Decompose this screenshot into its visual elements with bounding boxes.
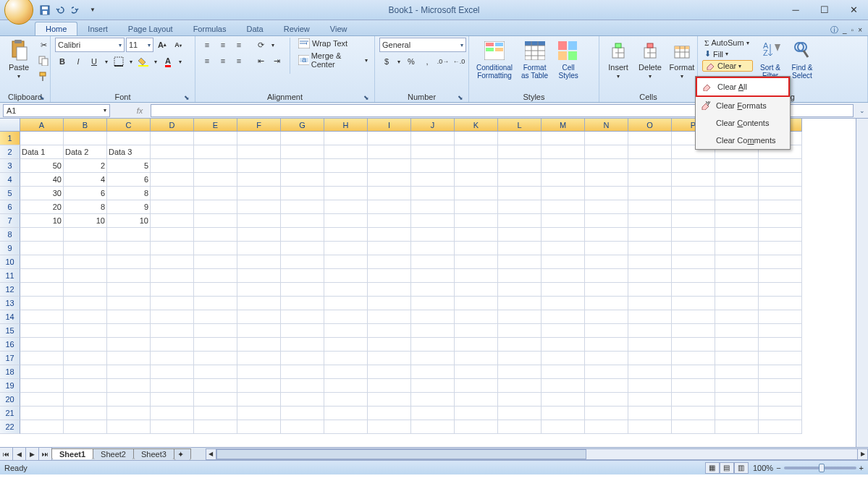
cell-Q22[interactable]	[715, 420, 759, 434]
cell-K7[interactable]	[455, 214, 498, 228]
cell-H12[interactable]	[324, 283, 368, 297]
cell-Q4[interactable]	[715, 173, 759, 187]
cell-D2[interactable]	[151, 145, 194, 159]
cell-E1[interactable]	[194, 132, 237, 145]
cell-M21[interactable]	[542, 406, 585, 420]
cell-Q3[interactable]	[715, 159, 759, 173]
cell-I10[interactable]	[368, 255, 411, 269]
cell-L8[interactable]	[498, 228, 542, 242]
column-header-K[interactable]: K	[455, 119, 498, 132]
cell-N18[interactable]	[585, 365, 628, 379]
cell-H4[interactable]	[324, 173, 368, 187]
cell-C12[interactable]	[107, 283, 151, 297]
cell-P9[interactable]	[672, 242, 715, 255]
cell-N7[interactable]	[585, 214, 628, 228]
fx-button[interactable]: fx	[132, 104, 148, 117]
cell-Q8[interactable]	[715, 228, 759, 242]
cell-Q6[interactable]	[715, 200, 759, 214]
cell-H8[interactable]	[324, 228, 368, 242]
cell-P18[interactable]	[672, 365, 715, 379]
cell-K14[interactable]	[455, 310, 498, 324]
cell-R16[interactable]	[759, 338, 802, 352]
cell-I13[interactable]	[368, 297, 411, 310]
cell-J5[interactable]	[411, 187, 455, 200]
align-top-button[interactable]: ≡	[200, 38, 214, 52]
zoom-out-button[interactable]: −	[776, 464, 780, 472]
cell-G12[interactable]	[281, 283, 324, 297]
cell-O3[interactable]	[628, 159, 672, 173]
cell-G5[interactable]	[281, 187, 324, 200]
cell-E17[interactable]	[194, 352, 237, 365]
cell-B8[interactable]	[64, 228, 107, 242]
cell-C14[interactable]	[107, 310, 151, 324]
align-left-button[interactable]: ≡	[200, 54, 214, 68]
cell-P21[interactable]	[672, 406, 715, 420]
cell-A6[interactable]: 20	[20, 200, 64, 214]
cell-O10[interactable]	[628, 255, 672, 269]
cell-Q20[interactable]	[715, 393, 759, 406]
cell-D21[interactable]	[151, 406, 194, 420]
decrease-decimal-button[interactable]: ←.0	[452, 54, 466, 69]
cell-O16[interactable]	[628, 338, 672, 352]
cell-P11[interactable]	[672, 269, 715, 283]
cell-J15[interactable]	[411, 324, 455, 338]
clear-contents-item[interactable]: Clear Contents	[696, 114, 790, 132]
cell-R4[interactable]	[759, 173, 802, 187]
cell-E4[interactable]	[194, 173, 237, 187]
cell-O8[interactable]	[628, 228, 672, 242]
cell-D1[interactable]	[151, 132, 194, 145]
clear-all-item[interactable]: Clear All	[696, 77, 790, 97]
cell-O1[interactable]	[628, 132, 672, 145]
cell-M9[interactable]	[542, 242, 585, 255]
cell-B10[interactable]	[64, 255, 107, 269]
accounting-format-button[interactable]: $	[379, 54, 394, 69]
cell-A7[interactable]: 10	[20, 214, 64, 228]
underline-dropdown[interactable]: ▾	[103, 54, 110, 69]
row-header-18[interactable]: 18	[0, 365, 20, 379]
row-header-2[interactable]: 2	[0, 145, 20, 159]
cell-L7[interactable]	[498, 214, 542, 228]
cell-P5[interactable]	[672, 187, 715, 200]
border-dropdown[interactable]: ▾	[127, 54, 135, 69]
cell-H18[interactable]	[324, 365, 368, 379]
cell-R18[interactable]	[759, 365, 802, 379]
cell-K11[interactable]	[455, 269, 498, 283]
tab-home[interactable]: Home	[35, 22, 77, 35]
cell-I1[interactable]	[368, 132, 411, 145]
cell-D16[interactable]	[151, 338, 194, 352]
cell-N21[interactable]	[585, 406, 628, 420]
cell-R20[interactable]	[759, 393, 802, 406]
cell-P14[interactable]	[672, 310, 715, 324]
cell-A13[interactable]	[20, 297, 64, 310]
cell-G9[interactable]	[281, 242, 324, 255]
cell-D15[interactable]	[151, 324, 194, 338]
cell-R8[interactable]	[759, 228, 802, 242]
cell-A5[interactable]: 30	[20, 187, 64, 200]
cell-E20[interactable]	[194, 393, 237, 406]
cell-J12[interactable]	[411, 283, 455, 297]
cell-Q16[interactable]	[715, 338, 759, 352]
cell-K8[interactable]	[455, 228, 498, 242]
cell-M10[interactable]	[542, 255, 585, 269]
column-header-G[interactable]: G	[281, 119, 324, 132]
font-name-combo[interactable]: Calibri▾	[55, 38, 125, 52]
row-header-9[interactable]: 9	[0, 242, 20, 255]
cell-M16[interactable]	[542, 338, 585, 352]
cell-P22[interactable]	[672, 420, 715, 434]
cell-E21[interactable]	[194, 406, 237, 420]
cell-N6[interactable]	[585, 200, 628, 214]
cell-D11[interactable]	[151, 269, 194, 283]
cell-L16[interactable]	[498, 338, 542, 352]
cell-E12[interactable]	[194, 283, 237, 297]
cell-B3[interactable]: 2	[64, 159, 107, 173]
cell-C16[interactable]	[107, 338, 151, 352]
cell-R17[interactable]	[759, 352, 802, 365]
worksheet-grid[interactable]: ABCDEFGHIJKLMNOPQR 123456789101112131415…	[0, 119, 868, 447]
expand-formula-bar[interactable]: ⌄	[856, 107, 868, 114]
cell-P15[interactable]	[672, 324, 715, 338]
font-color-dropdown[interactable]: ▾	[177, 54, 184, 69]
column-header-H[interactable]: H	[324, 119, 368, 132]
cell-C22[interactable]	[107, 420, 151, 434]
cell-O2[interactable]	[628, 145, 672, 159]
border-button[interactable]	[111, 54, 126, 69]
